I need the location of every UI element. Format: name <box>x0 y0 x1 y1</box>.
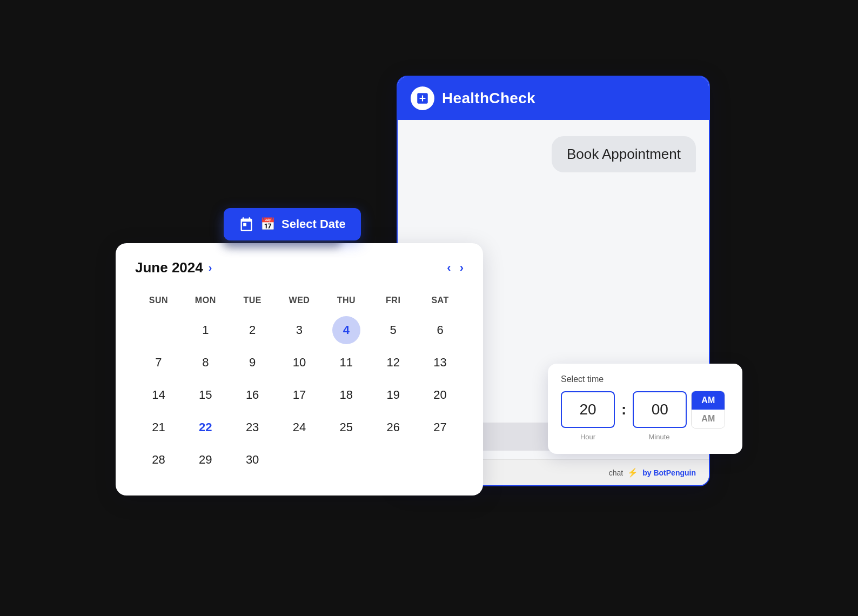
calendar-prev-button[interactable]: ‹ <box>447 261 451 275</box>
cal-day-28[interactable]: 28 <box>144 446 172 474</box>
footer-brand: by BotPenguin <box>642 468 696 477</box>
am-button[interactable]: AM <box>692 391 725 410</box>
day-header-mon: MON <box>182 291 229 314</box>
cal-day-6[interactable]: 6 <box>426 316 454 344</box>
cal-day-4[interactable]: 4 <box>332 316 360 344</box>
calendar-grid: SUN MON TUE WED THU FRI SAT 1 2 3 4 5 6 … <box>135 291 464 476</box>
cal-day-24[interactable]: 24 <box>285 413 313 441</box>
cal-day-12[interactable]: 12 <box>379 349 407 377</box>
time-picker-row: : AM AM <box>561 391 729 428</box>
select-date-button[interactable]: 📅 Select Date <box>224 208 361 240</box>
cal-day-25[interactable]: 25 <box>332 413 360 441</box>
day-header-fri: FRI <box>370 291 417 314</box>
cal-day-2[interactable]: 2 <box>238 316 266 344</box>
time-picker-panel: Select time : AM AM Hour Minute <box>548 364 742 454</box>
day-header-wed: WED <box>276 291 323 314</box>
calendar-nav: ‹ › <box>447 261 464 275</box>
cal-day-17[interactable]: 17 <box>285 381 313 409</box>
minute-input-box[interactable] <box>633 391 687 428</box>
cal-day-3[interactable]: 3 <box>285 316 313 344</box>
calendar-year-chevron[interactable]: › <box>209 262 212 274</box>
day-header-tue: TUE <box>229 291 276 314</box>
calendar-month-row: June 2024 › <box>135 259 212 276</box>
cal-day-22[interactable]: 22 <box>191 413 219 441</box>
cal-day-20[interactable]: 20 <box>426 381 454 409</box>
cal-day-15[interactable]: 15 <box>191 381 219 409</box>
pm-button[interactable]: AM <box>692 410 725 428</box>
footer-chat-text: chat <box>609 468 623 477</box>
calendar-icon: 📅 <box>260 217 275 231</box>
plus-icon <box>415 91 430 105</box>
calendar-next-button[interactable]: › <box>460 261 464 275</box>
calendar-month-label: June 2024 <box>135 259 203 276</box>
cal-day-11[interactable]: 11 <box>332 349 360 377</box>
hour-label: Hour <box>561 433 615 441</box>
healthcheck-logo <box>411 86 434 110</box>
cal-day-16[interactable]: 16 <box>238 381 266 409</box>
app-title: HealthCheck <box>442 90 535 107</box>
cal-day-8[interactable]: 8 <box>191 349 219 377</box>
cal-day-13[interactable]: 13 <box>426 349 454 377</box>
cal-day-5[interactable]: 5 <box>379 316 407 344</box>
time-picker-label: Select time <box>561 374 729 384</box>
cal-day-9[interactable]: 9 <box>238 349 266 377</box>
hour-input-box[interactable] <box>561 391 615 428</box>
cal-day-10[interactable]: 10 <box>285 349 313 377</box>
cal-day-30[interactable]: 30 <box>238 446 266 474</box>
cal-day-29[interactable]: 29 <box>191 446 219 474</box>
day-header-thu: THU <box>323 291 370 314</box>
calendar-panel: June 2024 › ‹ › SUN MON TUE WED THU FRI … <box>116 243 483 496</box>
ampm-stack: AM AM <box>691 391 725 428</box>
cal-day-18[interactable]: 18 <box>332 381 360 409</box>
cal-day-14[interactable]: 14 <box>144 381 172 409</box>
cal-day-27[interactable]: 27 <box>426 413 454 441</box>
calendar-header: June 2024 › ‹ › <box>135 259 464 276</box>
cal-day-23[interactable]: 23 <box>238 413 266 441</box>
day-header-sat: SAT <box>417 291 464 314</box>
select-date-label: Select Date <box>281 217 346 231</box>
cal-day-7[interactable]: 7 <box>144 349 172 377</box>
time-field-labels: Hour Minute <box>561 433 729 441</box>
cal-day-21[interactable]: 21 <box>144 413 172 441</box>
time-colon: : <box>619 401 628 418</box>
lightning-icon: ⚡ <box>627 467 638 478</box>
book-appointment-bubble: Book Appointment <box>552 136 696 172</box>
chat-header: HealthCheck <box>398 77 709 120</box>
cal-day-1[interactable]: 1 <box>191 316 219 344</box>
hour-input[interactable] <box>562 392 614 427</box>
minute-label: Minute <box>632 433 686 441</box>
cal-day-19[interactable]: 19 <box>379 381 407 409</box>
cal-day-26[interactable]: 26 <box>379 413 407 441</box>
day-header-sun: SUN <box>135 291 182 314</box>
minute-input[interactable] <box>634 392 686 427</box>
